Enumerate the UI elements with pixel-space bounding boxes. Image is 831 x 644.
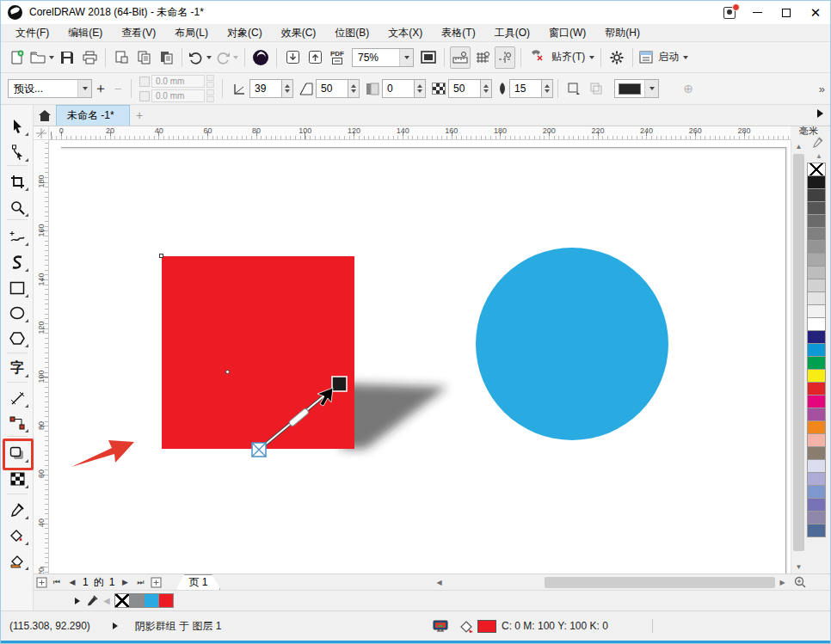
- palette-swatch[interactable]: [807, 485, 826, 499]
- document-palette-swatch[interactable]: [144, 593, 159, 608]
- vertical-scrollbar[interactable]: ▲ ▼: [791, 140, 805, 573]
- interactive-fill-tool[interactable]: [4, 524, 30, 547]
- crop-tool[interactable]: [4, 170, 30, 193]
- menu-item[interactable]: 表格(T): [432, 24, 484, 42]
- show-grid-button[interactable]: [472, 46, 493, 69]
- account-button[interactable]: [717, 1, 742, 24]
- palette-swatch[interactable]: [807, 472, 826, 486]
- feather-edges-button[interactable]: [586, 77, 606, 100]
- vertical-ruler[interactable]: 18016014012010080604020: [34, 140, 49, 573]
- application-launcher-button[interactable]: 启动: [638, 46, 689, 69]
- scroll-down-icon[interactable]: ▼: [791, 561, 806, 573]
- preset-combo[interactable]: 预设...: [8, 79, 92, 98]
- palette-swatch[interactable]: [807, 446, 826, 460]
- menu-item[interactable]: 位图(B): [325, 24, 379, 42]
- menu-item[interactable]: 文件(F): [6, 24, 58, 42]
- pan-zoom-button[interactable]: [794, 576, 806, 588]
- close-button[interactable]: ✕: [801, 1, 830, 24]
- cut-button[interactable]: [111, 46, 132, 69]
- palette-swatch[interactable]: [807, 201, 826, 215]
- last-page-button[interactable]: ⏭: [132, 575, 148, 589]
- vertical-scroll-thumb[interactable]: [793, 154, 804, 551]
- undo-dropdown-icon[interactable]: [206, 56, 212, 59]
- launch-dropdown-icon[interactable]: [683, 56, 688, 59]
- artistic-media-tool[interactable]: [4, 251, 30, 273]
- ellipse-tool[interactable]: [4, 302, 30, 324]
- shadow-color-combo[interactable]: [614, 79, 659, 98]
- menu-item[interactable]: 编辑(E): [58, 24, 112, 42]
- ruler-origin[interactable]: [34, 126, 49, 140]
- full-screen-preview-button[interactable]: [418, 46, 439, 69]
- preset-combo-arrow[interactable]: [77, 80, 91, 97]
- menu-item[interactable]: 对象(C): [218, 24, 272, 42]
- palette-swatch[interactable]: [807, 420, 826, 434]
- menu-item[interactable]: 布局(L): [165, 24, 218, 42]
- shadow-fade-field[interactable]: 0: [382, 79, 415, 98]
- freehand-tool[interactable]: [4, 225, 30, 248]
- palette-swatch[interactable]: [807, 408, 826, 421]
- maximize-button[interactable]: [772, 1, 801, 24]
- publish-pdf-button[interactable]: PDF: [327, 46, 348, 69]
- scroll-right-icon[interactable]: ▶: [776, 576, 789, 589]
- shadow-offset-x-field[interactable]: 0.0 mm: [151, 75, 205, 88]
- text-tool[interactable]: 字: [4, 357, 30, 379]
- search-content-button[interactable]: [250, 46, 271, 69]
- status-flyout-icon[interactable]: [113, 623, 118, 629]
- next-page-button[interactable]: ▶: [117, 575, 132, 589]
- zoom-combo-arrow[interactable]: [399, 49, 413, 66]
- show-guidelines-button[interactable]: [495, 46, 515, 69]
- print-button[interactable]: [79, 46, 100, 69]
- fill-indicator-icon[interactable]: [460, 620, 474, 633]
- palette-swatch[interactable]: [807, 163, 826, 176]
- palette-swatch[interactable]: [807, 369, 826, 383]
- palette-swatch[interactable]: [807, 498, 826, 512]
- show-rulers-button[interactable]: [450, 46, 471, 69]
- welcome-home-button[interactable]: [34, 105, 56, 126]
- redo-button[interactable]: [214, 46, 239, 69]
- add-page-after-button[interactable]: [148, 575, 163, 589]
- rectangle-tool[interactable]: [4, 277, 30, 299]
- export-button[interactable]: [305, 46, 325, 69]
- import-button[interactable]: [282, 46, 303, 69]
- palette-swatch[interactable]: [807, 291, 826, 305]
- connector-tool[interactable]: [4, 412, 30, 434]
- snap-dropdown-icon[interactable]: [589, 56, 594, 59]
- document-color-settings-icon[interactable]: [433, 620, 448, 633]
- shadow-opacity-spinner[interactable]: [481, 79, 492, 98]
- palette-swatch[interactable]: [807, 317, 826, 331]
- minimize-button[interactable]: [742, 1, 772, 24]
- palette-swatch[interactable]: [807, 330, 826, 344]
- document-palette-flyout-icon[interactable]: [75, 598, 80, 604]
- document-palette-eyedropper-icon[interactable]: [87, 595, 98, 606]
- horizontal-scrollbar[interactable]: ◀ ▶: [433, 575, 789, 590]
- palette-eyedropper-icon[interactable]: [813, 137, 823, 148]
- palette-swatch[interactable]: [807, 279, 826, 292]
- redo-dropdown-icon[interactable]: [233, 56, 238, 59]
- smart-fill-tool[interactable]: [4, 549, 30, 572]
- horizontal-ruler[interactable]: 020406080100120140160180200220240260280: [49, 126, 791, 140]
- new-document-button[interactable]: [7, 46, 28, 69]
- shadow-extend-field[interactable]: 50: [316, 79, 348, 98]
- paste-button[interactable]: [156, 46, 176, 69]
- palette-swatch[interactable]: [807, 511, 826, 524]
- shape-tool[interactable]: [4, 141, 30, 163]
- pick-tool[interactable]: [4, 115, 30, 138]
- menu-item[interactable]: 窗口(W): [539, 24, 595, 42]
- scroll-up-icon[interactable]: ▲: [791, 140, 806, 153]
- document-palette-scroll-left-icon[interactable]: ◀: [103, 596, 110, 605]
- palette-swatch[interactable]: [807, 266, 826, 279]
- add-page-before-button[interactable]: [34, 575, 49, 589]
- shadow-angle-field[interactable]: 39: [249, 79, 282, 98]
- propbar-overflow-icon[interactable]: »: [819, 83, 823, 95]
- offset-x-spinner[interactable]: [206, 75, 214, 88]
- open-dropdown-icon[interactable]: [49, 56, 54, 59]
- palette-swatch[interactable]: [807, 356, 826, 370]
- save-button[interactable]: [57, 46, 77, 69]
- snap-off-button[interactable]: [526, 46, 547, 69]
- palette-swatch[interactable]: [807, 253, 826, 267]
- remove-preset-button[interactable]: －: [109, 79, 126, 98]
- shadow-feather-field[interactable]: 15: [509, 79, 542, 98]
- open-button[interactable]: [29, 46, 55, 69]
- zoom-tool[interactable]: [4, 196, 30, 218]
- palette-swatch[interactable]: [807, 459, 826, 473]
